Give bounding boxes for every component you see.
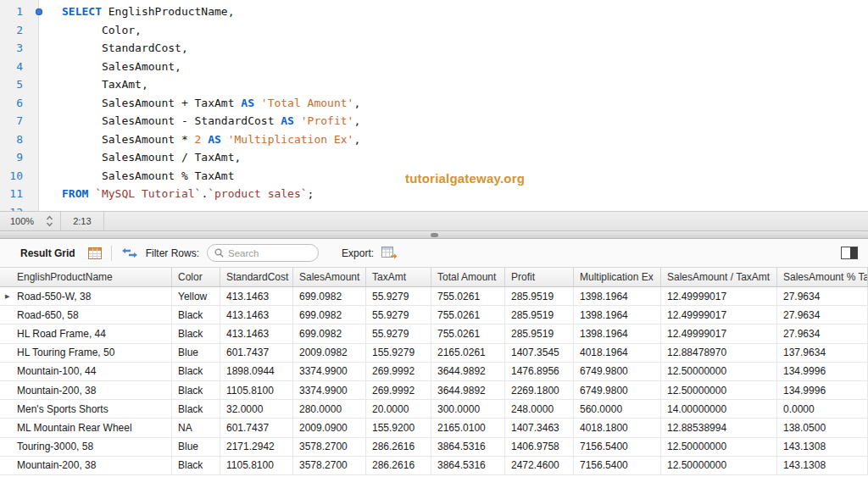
table-cell[interactable]: 2472.4600	[505, 457, 574, 474]
code-line[interactable]: 5 TaxAmt,	[0, 75, 868, 94]
table-cell[interactable]: HL Touring Frame, 50	[0, 344, 172, 362]
code-line[interactable]: 9 SalesAmount / TaxAmt,	[0, 148, 868, 167]
table-cell[interactable]: 755.0261	[431, 287, 505, 305]
table-cell[interactable]: 280.0000	[293, 400, 366, 418]
table-cell[interactable]: 1406.9758	[505, 438, 574, 456]
table-cell[interactable]: 55.9279	[366, 287, 431, 305]
table-cell[interactable]: 3374.9900	[293, 363, 366, 380]
table-cell[interactable]: 12.88538994	[661, 419, 777, 436]
table-cell[interactable]: 1398.1964	[574, 324, 661, 342]
table-cell[interactable]: 413.1463	[220, 306, 293, 324]
table-cell[interactable]: 413.1463	[220, 287, 293, 305]
pane-splitter[interactable]	[0, 231, 868, 239]
table-cell[interactable]: 14.00000000	[661, 400, 777, 418]
table-cell[interactable]: 55.9279	[366, 306, 431, 324]
swap-arrows-icon[interactable]	[121, 247, 138, 258]
table-cell[interactable]: 601.7437	[220, 344, 293, 362]
table-cell[interactable]: 699.0982	[293, 324, 366, 342]
table-cell[interactable]: 3374.9900	[293, 381, 366, 399]
table-cell[interactable]: 6749.9800	[574, 381, 661, 399]
table-cell[interactable]: 2009.0900	[293, 419, 366, 436]
table-row[interactable]: Road-650, 58Black413.1463699.098255.9279…	[0, 306, 868, 324]
table-row[interactable]: ML Mountain Rear WheelNA601.74372009.090…	[0, 419, 868, 437]
table-cell[interactable]: 2009.0982	[293, 344, 366, 362]
table-cell[interactable]: 7156.5400	[574, 438, 661, 456]
table-cell[interactable]: Yellow	[172, 287, 220, 305]
table-cell[interactable]: 12.88478970	[661, 344, 777, 362]
table-cell[interactable]: 1105.8100	[220, 381, 293, 399]
table-cell[interactable]: 755.0261	[431, 306, 505, 324]
table-cell[interactable]: 269.9992	[366, 381, 431, 399]
table-cell[interactable]: 1398.1964	[574, 306, 661, 324]
table-cell[interactable]: 134.9996	[777, 363, 868, 380]
table-row[interactable]: Mountain-200, 38Black1105.81003374.99002…	[0, 381, 868, 400]
table-cell[interactable]: ML Mountain Rear Wheel	[0, 419, 172, 436]
table-cell[interactable]: 1398.1964	[574, 287, 661, 305]
table-cell[interactable]: 3578.2700	[293, 457, 366, 474]
code-line[interactable]: 4 SalesAmount,	[0, 58, 868, 76]
table-cell[interactable]: 413.1463	[220, 324, 293, 342]
table-cell[interactable]: 32.0000	[220, 400, 293, 418]
column-header[interactable]: SalesAmount	[293, 268, 366, 286]
table-cell[interactable]: Black	[172, 363, 220, 380]
export-icon[interactable]	[381, 247, 398, 260]
table-cell[interactable]: 138.0500	[777, 419, 868, 436]
code-line[interactable]: 7 SalesAmount - StandardCost AS 'Profit'…	[0, 112, 868, 130]
table-cell[interactable]: 2165.0261	[431, 344, 505, 362]
table-cell[interactable]: 1407.3463	[505, 419, 574, 436]
table-cell[interactable]: 4018.1800	[574, 419, 661, 436]
table-cell[interactable]: 2269.1800	[505, 381, 574, 399]
code-line[interactable]: 1SELECT EnglishProductName,	[0, 3, 868, 21]
table-cell[interactable]: 3644.9892	[431, 381, 505, 399]
table-cell[interactable]: 286.2616	[366, 438, 431, 456]
filter-search-box[interactable]	[207, 244, 319, 262]
table-cell[interactable]: Mountain-200, 38	[0, 457, 172, 474]
table-cell[interactable]: 155.9279	[366, 344, 431, 362]
table-row[interactable]: ▶Road-550-W, 38Yellow413.1463699.098255.…	[0, 287, 868, 306]
column-header[interactable]: Total Amount	[431, 268, 505, 286]
table-cell[interactable]: NA	[172, 419, 220, 436]
zoom-control[interactable]: 100%	[0, 212, 61, 230]
table-cell[interactable]: 601.7437	[220, 419, 293, 436]
table-cell[interactable]: Black	[172, 381, 220, 399]
column-header[interactable]: StandardCost	[220, 268, 293, 286]
table-cell[interactable]: 3864.5316	[431, 457, 505, 474]
table-cell[interactable]: Men's Sports Shorts	[0, 400, 172, 418]
table-cell[interactable]: Black	[172, 400, 220, 418]
table-cell[interactable]: 134.9996	[777, 381, 868, 399]
table-cell[interactable]: 699.0982	[293, 287, 366, 305]
code-line[interactable]: 3 StandardCost,	[0, 39, 868, 58]
table-cell[interactable]: ▶Road-550-W, 38	[0, 287, 172, 305]
table-cell[interactable]: 155.9200	[366, 419, 431, 436]
table-cell[interactable]: Road-650, 58	[0, 306, 172, 324]
table-cell[interactable]: 2165.0100	[431, 419, 505, 436]
table-cell[interactable]: 12.50000000	[661, 438, 777, 456]
table-cell[interactable]: 12.49999017	[661, 324, 777, 342]
table-cell[interactable]: 12.49999017	[661, 306, 777, 324]
table-cell[interactable]: 1105.8100	[220, 457, 293, 474]
side-panel-toggle-icon[interactable]	[841, 247, 858, 259]
column-header[interactable]: Multiplication Ex	[574, 268, 661, 286]
table-cell[interactable]: 0.0000	[777, 400, 868, 418]
table-cell[interactable]: 560.0000	[574, 400, 661, 418]
table-cell[interactable]: HL Road Frame, 44	[0, 324, 172, 342]
table-cell[interactable]: 3578.2700	[293, 438, 366, 456]
table-cell[interactable]: Blue	[172, 344, 220, 362]
table-row[interactable]: HL Touring Frame, 50Blue601.74372009.098…	[0, 344, 868, 363]
table-cell[interactable]: 4018.1964	[574, 344, 661, 362]
table-cell[interactable]: 12.50000000	[661, 363, 777, 380]
grid-view-icon[interactable]	[88, 247, 102, 259]
table-row[interactable]: Men's Sports ShortsBlack32.0000280.00002…	[0, 400, 868, 419]
table-cell[interactable]: Blue	[172, 438, 220, 456]
table-row[interactable]: HL Road Frame, 44Black413.1463699.098255…	[0, 324, 868, 343]
table-cell[interactable]: Mountain-200, 38	[0, 381, 172, 399]
column-header[interactable]: Color	[172, 268, 220, 286]
table-cell[interactable]: 285.9519	[505, 324, 574, 342]
table-cell[interactable]: 12.50000000	[661, 381, 777, 399]
table-cell[interactable]: 1898.0944	[220, 363, 293, 380]
table-cell[interactable]: 27.9634	[777, 306, 868, 324]
table-row[interactable]: Mountain-200, 38Black1105.81003578.27002…	[0, 457, 868, 475]
code-line[interactable]: 12	[0, 203, 868, 212]
search-input[interactable]	[228, 248, 311, 258]
table-cell[interactable]: 6749.9800	[574, 363, 661, 380]
